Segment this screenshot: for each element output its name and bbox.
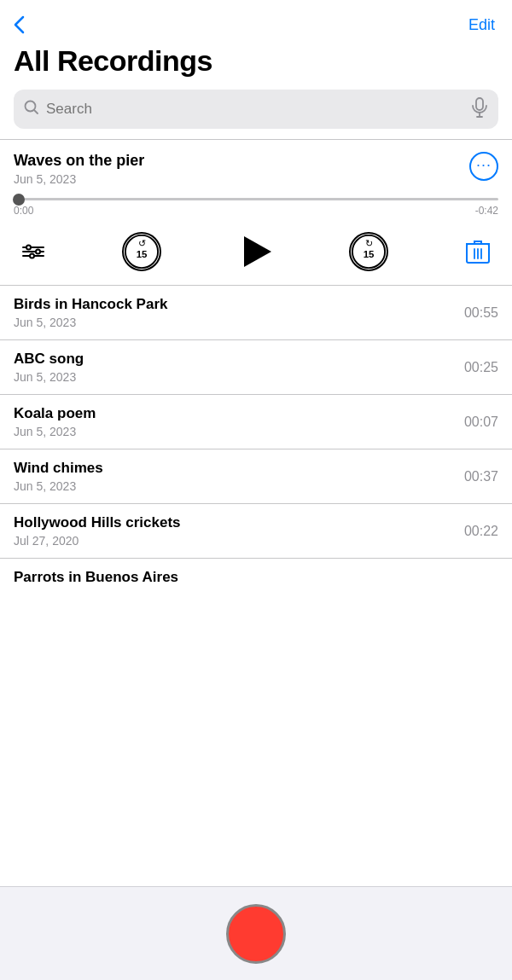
playback-controls: ↺ 15 ↻ 15 [14, 220, 498, 285]
item-date: Jun 5, 2023 [14, 479, 103, 493]
svg-text:15: 15 [137, 249, 148, 259]
expanded-recording-title: Waves on the pier [14, 152, 144, 170]
progress-thumb [13, 194, 25, 206]
play-button[interactable] [240, 236, 271, 267]
options-knob-1 [26, 245, 32, 251]
item-info: Birds in Hancock Park Jun 5, 2023 [14, 296, 167, 329]
options-button[interactable] [22, 246, 44, 257]
skip-forward-icon: ↻ 15 [350, 234, 387, 270]
svg-text:15: 15 [363, 249, 374, 259]
search-bar[interactable] [14, 90, 498, 129]
item-duration: 00:07 [464, 415, 498, 430]
back-button[interactable] [14, 15, 25, 34]
item-duration: 00:22 [464, 524, 498, 539]
item-duration: 00:55 [464, 305, 498, 321]
item-info: Wind chimes Jun 5, 2023 [14, 460, 103, 493]
item-date: Jun 5, 2023 [14, 316, 167, 329]
item-info: ABC song Jun 5, 2023 [14, 351, 84, 384]
progress-container[interactable]: 0:00 -0:42 [14, 198, 498, 217]
item-title: Hollywood Hills crickets [14, 514, 181, 531]
delete-button[interactable] [466, 238, 490, 265]
equalizer-icon [22, 246, 44, 257]
progress-current: 0:00 [14, 205, 33, 217]
list-item[interactable]: Birds in Hancock Park Jun 5, 2023 00:55 [0, 286, 512, 340]
expanded-recording: Waves on the pier Jun 5, 2023 ··· 0:00 -… [0, 140, 512, 285]
item-title: Birds in Hancock Park [14, 296, 167, 313]
trash-icon [466, 238, 490, 265]
item-title: Koala poem [14, 405, 96, 422]
partial-item-title: Parrots in Buenos Aires [14, 569, 498, 586]
svg-text:↺: ↺ [138, 238, 146, 248]
play-icon [244, 236, 271, 267]
search-input[interactable] [46, 101, 464, 118]
recordings-list: Birds in Hancock Park Jun 5, 2023 00:55 … [0, 286, 512, 558]
skip-back-icon: ↺ 15 [123, 234, 160, 270]
skip-back-button[interactable]: ↺ 15 [122, 232, 161, 271]
options-line-1 [22, 246, 44, 248]
list-item[interactable]: Koala poem Jun 5, 2023 00:07 [0, 395, 512, 449]
svg-text:↻: ↻ [364, 238, 372, 248]
list-item[interactable]: Hollywood Hills crickets Jul 27, 2020 00… [0, 504, 512, 558]
item-date: Jun 5, 2023 [14, 370, 84, 384]
progress-track [14, 198, 498, 200]
item-title: Wind chimes [14, 460, 103, 477]
options-line-2 [22, 251, 44, 252]
svg-rect-1 [476, 98, 483, 110]
item-duration: 00:25 [464, 360, 498, 375]
header: Edit [0, 0, 512, 41]
item-date: Jul 27, 2020 [14, 534, 181, 548]
item-info: Hollywood Hills crickets Jul 27, 2020 [14, 514, 181, 548]
expanded-recording-date: Jun 5, 2023 [14, 172, 144, 186]
list-item[interactable]: Wind chimes Jun 5, 2023 00:37 [0, 449, 512, 504]
microphone-icon[interactable] [471, 97, 488, 121]
progress-times: 0:00 -0:42 [14, 205, 498, 217]
partial-list-item[interactable]: Parrots in Buenos Aires [0, 558, 512, 592]
options-knob-3 [29, 253, 35, 259]
item-duration: 00:37 [464, 469, 498, 484]
search-icon [24, 100, 39, 119]
skip-forward-button[interactable]: ↻ 15 [349, 232, 388, 271]
item-info: Koala poem Jun 5, 2023 [14, 405, 96, 438]
options-knob-2 [35, 249, 41, 255]
progress-remaining: -0:42 [475, 205, 498, 217]
options-line-3 [22, 255, 44, 257]
list-item[interactable]: ABC song Jun 5, 2023 00:25 [0, 340, 512, 395]
item-date: Jun 5, 2023 [14, 425, 96, 438]
edit-button[interactable]: Edit [468, 16, 495, 34]
expanded-recording-info: Waves on the pier Jun 5, 2023 [14, 152, 144, 186]
page-title: All Recordings [0, 41, 512, 90]
more-dots-icon: ··· [476, 157, 492, 172]
record-button[interactable] [226, 904, 286, 964]
bottom-bar [0, 886, 512, 980]
more-options-button[interactable]: ··· [469, 152, 498, 181]
item-title: ABC song [14, 351, 84, 368]
